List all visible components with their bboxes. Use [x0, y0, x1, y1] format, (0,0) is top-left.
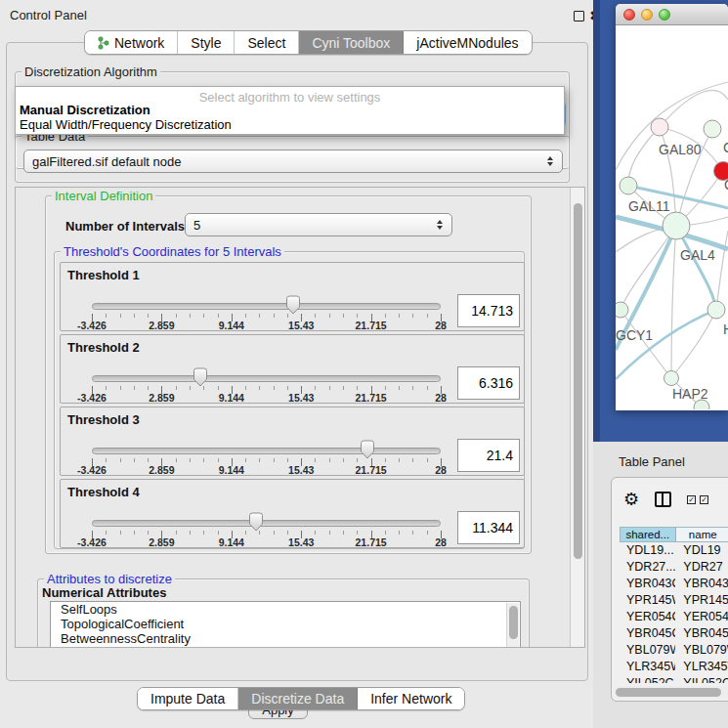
table-cell: YDL19...: [620, 542, 675, 559]
network-edge: [716, 231, 728, 310]
table-cell: YPR145W: [675, 592, 728, 609]
table-row[interactable]: YDR27...YDR27: [620, 559, 728, 576]
tick-label: 2.859: [149, 320, 174, 331]
network-node[interactable]: [651, 118, 668, 136]
threshold-value-field[interactable]: 11.344: [457, 511, 520, 544]
table-cell: YBR045C: [620, 625, 675, 642]
slider-ticks: [92, 386, 441, 394]
table-header-row: shared...name: [620, 527, 728, 542]
threshold-value-field[interactable]: 6.316: [457, 366, 520, 400]
table-row[interactable]: YLR345WYLR345W: [620, 659, 728, 675]
panel-scrollbar[interactable]: [570, 188, 584, 647]
select-columns-icon[interactable]: ✓✓: [687, 495, 708, 504]
desktop-edge: [593, 0, 600, 442]
gear-icon[interactable]: ⚙: [623, 491, 639, 508]
network-edge: [621, 226, 676, 310]
table-row[interactable]: YBR045CYBR045C: [620, 625, 728, 642]
table-cell: YPR145W: [620, 592, 675, 609]
tab-impute-data[interactable]: Impute Data: [138, 688, 238, 709]
attribute-list-item[interactable]: BetweennessCentrality: [51, 631, 520, 646]
network-node[interactable]: [704, 120, 721, 138]
threshold-slider-track[interactable]: [92, 448, 441, 454]
table-column-header[interactable]: name: [676, 528, 728, 541]
table-data-combobox[interactable]: galFiltered.sif default node: [23, 150, 563, 173]
right-region: GAL80GACGAL11GAL4GCY1HHAP2 Table Panel ⚙…: [593, 0, 728, 728]
network-node[interactable]: [707, 301, 725, 319]
threshold-panel-3: Threshold 3-3.4262.8599.14415.4321.71528…: [60, 407, 525, 476]
table-row[interactable]: YDL19...YDL19: [620, 542, 728, 559]
tab-jactivemnodules[interactable]: jActiveMNodules: [404, 31, 531, 54]
network-window[interactable]: GAL80GACGAL11GAL4GCY1HHAP2: [616, 4, 728, 410]
table-horizontal-scrollbar[interactable]: [614, 686, 728, 698]
table-row[interactable]: YBL079WYBL079W: [620, 642, 728, 659]
algorithm-placeholder: Select algorithm to view settings: [16, 87, 564, 103]
columns-icon[interactable]: [655, 492, 671, 507]
threshold-slider-track[interactable]: [92, 375, 441, 382]
node-label: GCY1: [616, 327, 653, 343]
threshold-label: Threshold 1: [67, 268, 140, 282]
numerical-attributes-list[interactable]: SelfLoopsTopologicalCoefficientBetweenne…: [50, 601, 521, 648]
network-node[interactable]: [663, 212, 690, 239]
threshold-value-field[interactable]: 21.4: [457, 439, 520, 472]
table-row[interactable]: YER054CYER054C: [620, 609, 728, 625]
table-row[interactable]: YIL052CYIL052C: [620, 675, 728, 683]
table-row[interactable]: YPR145WYPR145W: [620, 592, 728, 609]
node-label: GAL80: [659, 142, 702, 157]
tab-discretize-data[interactable]: Discretize Data: [238, 688, 358, 709]
tab-cyni-toolbox[interactable]: Cyni Toolbox: [299, 31, 404, 54]
tick-label: 21.715: [356, 464, 387, 476]
threshold-panel-1: Threshold 1-3.4262.8599.14415.4321.71528…: [60, 262, 525, 331]
algorithm-dropdown-popup: Select algorithm to view settings Manual…: [15, 86, 565, 135]
table-row[interactable]: YBR043CYBR043C: [620, 576, 728, 592]
attribute-list-item[interactable]: SelfLoops: [51, 602, 520, 617]
number-of-intervals-combobox[interactable]: 5: [185, 213, 452, 236]
tick-label: 15.43: [288, 464, 314, 476]
tab-network[interactable]: Network: [85, 31, 178, 54]
minimize-window-icon[interactable]: [641, 9, 653, 21]
menu-item-manual-discretization[interactable]: Manual Discretization: [16, 103, 564, 117]
threshold-slider-thumb[interactable]: [360, 440, 375, 459]
threshold-slider-thumb[interactable]: [248, 512, 264, 532]
tab-infer-network[interactable]: Infer Network: [358, 688, 464, 709]
network-canvas[interactable]: GAL80GACGAL11GAL4GCY1HHAP2: [616, 25, 728, 409]
table-column-header[interactable]: shared...: [621, 528, 676, 541]
table-cell: YIL052C: [675, 675, 728, 683]
tick-label: 21.715: [356, 392, 387, 404]
numerical-attributes-label: Numerical Attributes: [42, 585, 166, 600]
network-node[interactable]: [616, 302, 628, 318]
zoom-window-icon[interactable]: [659, 9, 670, 21]
tab-select[interactable]: Select: [235, 31, 299, 54]
attributes-group: Attributes to discretize Numerical Attri…: [37, 578, 530, 648]
list-scrollbar[interactable]: [506, 603, 519, 648]
tick-label: 28: [435, 392, 447, 404]
tab-style[interactable]: Style: [178, 31, 235, 54]
node-label: H: [723, 321, 728, 337]
threshold-value-field[interactable]: 14.713: [457, 294, 520, 327]
network-node[interactable]: [664, 371, 679, 386]
network-node[interactable]: [620, 177, 637, 194]
node-label: HAP2: [672, 386, 708, 402]
number-of-intervals-label: Number of Intervals: [65, 219, 185, 234]
menu-item-equal-width-discretization[interactable]: Equal Width/Frequency Discretization: [16, 117, 564, 132]
tick-label: -3.426: [77, 464, 107, 476]
tick-label: 21.715: [356, 536, 387, 548]
tick-label: 15.43: [288, 320, 314, 331]
table-toolbar: ⚙ ✓✓: [612, 478, 728, 521]
attribute-list-item[interactable]: TopologicalCoefficient: [51, 617, 520, 631]
threshold-slider-track[interactable]: [92, 520, 441, 527]
network-window-titlebar[interactable]: [616, 4, 728, 25]
tab-label: jActiveMNodules: [416, 35, 518, 51]
table-cell: YDR27...: [620, 559, 675, 576]
close-window-icon[interactable]: [623, 9, 635, 21]
threshold-slider-thumb[interactable]: [193, 367, 208, 387]
tick-label: -3.426: [77, 320, 107, 331]
threshold-label: Threshold 2: [67, 340, 140, 355]
table-panel-title: Table Panel: [619, 454, 685, 469]
float-window-button[interactable]: [574, 11, 584, 21]
node-table: shared...name YDL19...YDL19YDR27...YDR27…: [620, 527, 728, 683]
network-edge: [671, 226, 676, 378]
threshold-slider-track[interactable]: [92, 303, 441, 310]
tab-label: Impute Data: [150, 691, 225, 707]
table-data-group: Table Data galFiltered.sif default node: [15, 136, 570, 183]
threshold-slider-thumb[interactable]: [285, 295, 301, 315]
